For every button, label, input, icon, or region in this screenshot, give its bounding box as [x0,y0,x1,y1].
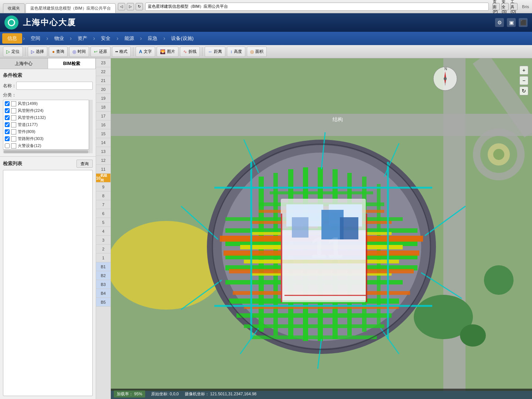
back-button[interactable]: ◁ [118,3,125,10]
floor-17[interactable]: 17 [96,112,110,120]
distance-button[interactable]: ↔ 距离 [205,47,225,57]
text-button[interactable]: A 文字 [136,47,155,57]
page-menu[interactable]: 页面(P) [492,3,500,10]
floor-15[interactable]: 15 [96,129,110,138]
floor-B2[interactable]: B2 [96,271,110,280]
refresh-button[interactable]: ↻ [136,3,143,10]
titlebar-icon-2[interactable]: ▣ [507,18,516,27]
zoom-out-button[interactable]: − [519,76,528,85]
category-color-1 [11,108,16,113]
floor-3[interactable]: 3 [96,236,110,245]
floor-18[interactable]: 18 [96,103,110,112]
rotate-button[interactable]: ↻ [519,86,528,95]
nav-item-assets[interactable]: 资产 [72,33,92,44]
floor-7[interactable]: 7 [96,200,110,209]
floor-B1[interactable]: B1 [96,262,110,271]
floor-5[interactable]: 5 [96,218,110,227]
category-checkbox-1[interactable] [5,108,10,113]
floor-13[interactable]: 13 [96,147,110,156]
category-item-3[interactable]: 管道(1177) [3,121,89,128]
floor-21[interactable]: 21 [96,76,110,85]
category-color-6 [11,143,16,149]
area-button[interactable]: ◎ 面积 [247,47,267,57]
forward-button[interactable]: ▷ [127,3,134,10]
category-color-4 [11,129,16,134]
floor-1[interactable]: 1 [96,253,110,262]
nav-item-emergency[interactable]: 应急 [143,33,163,44]
floor-14[interactable]: 14 [96,138,110,147]
nav-item-property[interactable]: 物业 [49,33,69,44]
floor-19[interactable]: 19 [96,94,110,103]
category-item-4[interactable]: 管件(809) [3,128,89,135]
select-button[interactable]: ▷ 选择 [28,47,47,57]
cat-scroll-thumb [4,150,88,153]
category-checkbox-4[interactable] [5,129,10,134]
category-item-6[interactable]: 火警设备(12) [3,142,89,149]
floor-16[interactable]: 16 [96,120,110,129]
browser-tab-bim[interactable]: 蓝色星球建筑信息模型（BIM）应用公共平台 [25,3,116,13]
address-bar[interactable] [145,3,489,11]
polyline-button[interactable]: ∿ 折线 [180,47,200,57]
floor-23[interactable]: 23 [96,58,110,67]
height-button[interactable]: ↕ 高度 [227,47,245,57]
nav-item-info[interactable]: 信息 [2,33,22,44]
nav-item-space[interactable]: 空间 [25,33,45,44]
compass: N [432,66,458,92]
titlebar-icon-1[interactable]: ⚙ [495,18,504,27]
svg-point-12 [460,324,486,347]
query-button[interactable]: ● 查询 [49,47,68,57]
category-item-2[interactable]: 风管管件(1132) [3,114,89,121]
floor-12[interactable]: 12 [96,156,110,165]
category-checkbox-5[interactable] [5,136,10,141]
category-scrollbar[interactable] [89,100,93,153]
category-checkbox-3[interactable] [5,122,10,127]
floor-9[interactable]: 9 [96,183,110,191]
restore-button[interactable]: ↩ 还原 [91,47,110,57]
safety-menu[interactable]: 安全(S) [501,3,509,10]
text-icon: A [139,49,142,54]
result-header: 检索列表 查询 [3,160,93,168]
view-area[interactable]: 11 结构 N + − ↻ 加载率： [111,58,532,399]
category-item-5[interactable]: 管路附件(303) [3,135,89,142]
floor-8[interactable]: 8 [96,191,110,200]
floor-6[interactable]: 6 [96,209,110,218]
format-button[interactable]: ▪▪ 格式 [112,47,131,57]
toolbar-sep-1 [25,47,25,56]
nav-item-safety[interactable]: 安全 [96,33,116,44]
locate-button[interactable]: ▷ 定位 [3,47,23,57]
nav-item-equipment[interactable]: 设备(设施) [166,33,199,44]
image-button[interactable]: 🌄 图片 [157,47,178,57]
category-checkbox-0[interactable] [5,101,10,106]
browser-tabs: 收藏夹 蓝色星球建筑信息模型（BIM）应用公共平台 [3,0,116,13]
floor-B5[interactable]: B5 [96,298,110,307]
app-logo [4,16,18,30]
category-checkbox-2[interactable] [5,115,10,120]
time-button[interactable]: ◎ 时间 [69,47,89,57]
tools-menu[interactable]: 工具(O) [510,3,518,10]
sidebar-tab-shanghai[interactable]: 上海中心 [0,58,48,69]
floor-10[interactable]: 10 机组间 [96,174,110,183]
toolbar-sep-3 [202,47,202,56]
category-item-0[interactable]: 风管(1499) [3,100,89,107]
browser-tab-favorites[interactable]: 收藏夹 [3,3,25,13]
sidebar-tab-bim[interactable]: BIM检索 [48,58,96,69]
category-checkbox-6[interactable] [5,143,10,148]
floor-11[interactable]: 11 [96,165,110,174]
zoom-in-button[interactable]: + [519,66,528,75]
svg-point-81 [444,77,447,80]
name-input[interactable] [16,82,93,90]
query-result-button[interactable]: 查询 [76,160,93,168]
titlebar-icon-3[interactable]: ⬛ [519,18,528,27]
nav-item-energy[interactable]: 能源 [119,33,139,44]
sidebar-tabs: 上海中心 BIM检索 [0,58,96,69]
floor-4[interactable]: 4 [96,227,110,236]
floor-B3[interactable]: B3 [96,280,110,289]
category-bottom-scroll[interactable] [3,150,89,153]
floor-20[interactable]: 20 [96,85,110,94]
floor-B4[interactable]: B4 [96,289,110,298]
floor-2[interactable]: 2 [96,245,110,253]
svg-point-9 [493,149,504,160]
category-item-1[interactable]: 风管附件(224) [3,107,89,114]
result-list [3,170,93,396]
floor-22[interactable]: 22 [96,67,110,76]
